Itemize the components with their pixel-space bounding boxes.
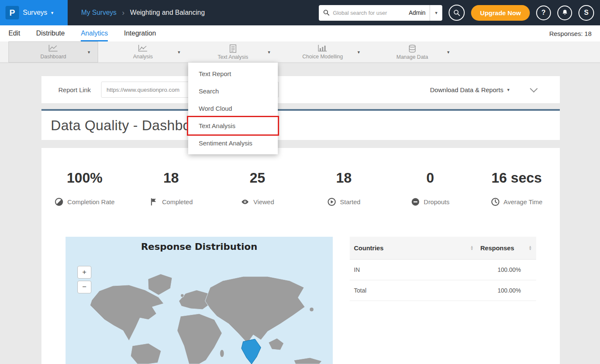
tab-analytics[interactable]: Analytics	[81, 25, 108, 41]
stat-label: Dropouts	[424, 198, 449, 205]
flag-icon	[149, 197, 158, 206]
menu-item-text-report[interactable]: Text Report	[188, 65, 278, 82]
download-data-reports-button[interactable]: Download Data & Reports ▾	[430, 86, 510, 93]
countries-column-header[interactable]: Countries ▲▼	[354, 244, 480, 252]
notifications-button[interactable]	[557, 5, 572, 20]
india-region-highlighted	[241, 339, 261, 364]
column-label: Responses	[480, 244, 514, 252]
menu-item-sentiment-analysis[interactable]: Sentiment Analysis	[188, 134, 278, 152]
search-submit-button[interactable]	[449, 5, 465, 21]
stat-label: Average Time	[504, 198, 542, 205]
stat-value: 18	[128, 170, 214, 186]
surveys-product-menu[interactable]: P Surveys ▾	[0, 0, 68, 25]
breadcrumb-my-surveys[interactable]: My Surveys	[81, 9, 117, 16]
map-region	[220, 350, 224, 357]
chevron-down-icon: ▾	[178, 49, 180, 55]
stat-label: Viewed	[253, 198, 274, 205]
upgrade-now-button[interactable]: Upgrade Now	[471, 5, 530, 21]
country-cell: Total	[354, 287, 480, 294]
responses-cell: 100.00%	[480, 287, 532, 294]
breadcrumb-current-survey: Weighting and Balancing	[130, 9, 205, 16]
stat-completed: 18 Completed	[128, 170, 214, 206]
survey-nav-tabs: Edit Distribute Analytics Integration Re…	[0, 25, 600, 41]
response-distribution-map[interactable]: Response Distribution + −	[66, 237, 333, 364]
top-bar: P Surveys ▾ My Surveys › Weighting and B…	[0, 0, 600, 25]
stat-label: Completed	[162, 198, 193, 205]
ribbon-item-label: Text Analysis	[218, 54, 248, 60]
text-document-icon	[229, 44, 237, 53]
page-title: Data Quality - Dashboard	[51, 118, 211, 134]
user-avatar[interactable]: S	[578, 5, 594, 21]
stat-completion-rate: 100% Completion Rate	[41, 170, 128, 206]
map-region	[310, 307, 314, 312]
search-scope-selector[interactable]: Admin	[405, 9, 430, 16]
map-region	[268, 338, 284, 350]
responses-column-header[interactable]: Responses ▲▼	[480, 244, 532, 252]
text-analysis-dropdown-menu: Text Report Search Word Cloud Text Analy…	[188, 63, 278, 154]
analysis-chart-icon	[138, 44, 148, 52]
ribbon-dashboard[interactable]: Dashboard ▾	[8, 41, 98, 63]
map-zoom-in-button[interactable]: +	[77, 266, 91, 279]
ribbon-item-label: Manage Data	[396, 54, 428, 60]
breadcrumb: My Surveys › Weighting and Balancing	[81, 0, 205, 25]
download-data-reports-label: Download Data & Reports	[430, 86, 503, 93]
menu-item-text-analysis[interactable]: Text Analysis	[188, 117, 278, 134]
countries-responses-table: Countries ▲▼ Responses ▲▼ IN 100.00% Tot…	[350, 237, 536, 301]
questionpro-logo: P	[5, 6, 19, 19]
play-circle-icon	[327, 197, 336, 206]
tab-distribute[interactable]: Distribute	[36, 25, 65, 41]
bell-icon	[561, 9, 569, 16]
ribbon-manage-data[interactable]: Manage Data ▾	[367, 41, 457, 63]
map-title: Response Distribution	[66, 237, 333, 252]
stat-label: Started	[340, 198, 360, 205]
table-row: IN 100.00%	[350, 260, 536, 280]
responses-cell: 100.00%	[480, 266, 532, 273]
report-link-bar: Report Link Download Data & Reports ▾	[41, 76, 560, 103]
chevron-down-icon: ▾	[268, 49, 270, 55]
search-input[interactable]	[333, 10, 404, 16]
search-scope-dropdown[interactable]: ▾	[430, 5, 442, 21]
database-icon	[408, 44, 416, 53]
sort-icon: ▲▼	[529, 246, 532, 251]
tab-edit[interactable]: Edit	[8, 25, 20, 41]
stat-viewed: 25 Viewed	[214, 170, 301, 206]
stat-started: 18 Started	[301, 170, 387, 206]
responses-count: Responses: 18	[549, 30, 592, 37]
map-region	[181, 294, 184, 297]
table-header-row: Countries ▲▼ Responses ▲▼	[350, 237, 536, 260]
stat-average-time: 16 secs Average Time	[474, 170, 560, 206]
map-region	[148, 274, 172, 295]
bar-chart-icon	[318, 44, 328, 52]
stat-label: Completion Rate	[67, 198, 115, 205]
world-map	[66, 237, 333, 364]
sort-icon: ▲▼	[470, 246, 474, 251]
chevron-down-icon: ▾	[357, 49, 360, 55]
ribbon-text-analysis[interactable]: Text Analysis ▾	[188, 41, 278, 63]
menu-item-word-cloud[interactable]: Word Cloud	[188, 100, 278, 117]
collapse-panel-chevron-icon[interactable]	[530, 85, 537, 92]
menu-item-search[interactable]: Search	[188, 82, 278, 100]
dashboard-chart-icon	[48, 44, 58, 52]
map-region	[294, 358, 322, 364]
survey-stats-row: 100% Completion Rate 18 Completed 25	[41, 148, 560, 206]
dashboard-stats-card: 100% Completion Rate 18 Completed 25	[41, 148, 560, 364]
global-search-box: Admin ▾	[319, 5, 442, 21]
stat-value: 100%	[41, 170, 128, 186]
minus-circle-icon	[411, 197, 420, 206]
product-label: Surveys	[23, 9, 47, 16]
analytics-ribbon: Dashboard ▾ Analysis ▾ Text Analysis ▾ C…	[0, 41, 600, 63]
ribbon-choice-modelling[interactable]: Choice Modelling ▾	[278, 41, 367, 63]
clock-icon	[491, 197, 500, 206]
ribbon-analysis[interactable]: Analysis ▾	[98, 41, 188, 63]
tab-integration[interactable]: Integration	[124, 25, 156, 41]
chevron-down-icon: ▾	[88, 49, 90, 55]
ribbon-item-label: Dashboard	[40, 54, 66, 60]
ribbon-item-label: Choice Modelling	[302, 54, 343, 60]
map-zoom-out-button[interactable]: −	[77, 281, 91, 293]
help-button[interactable]: ?	[536, 5, 551, 20]
ribbon-item-label: Analysis	[133, 54, 153, 60]
stat-value: 25	[214, 170, 301, 186]
country-cell: IN	[354, 266, 480, 273]
chevron-down-icon: ▾	[435, 10, 438, 16]
chevron-down-icon: ▾	[507, 87, 510, 93]
